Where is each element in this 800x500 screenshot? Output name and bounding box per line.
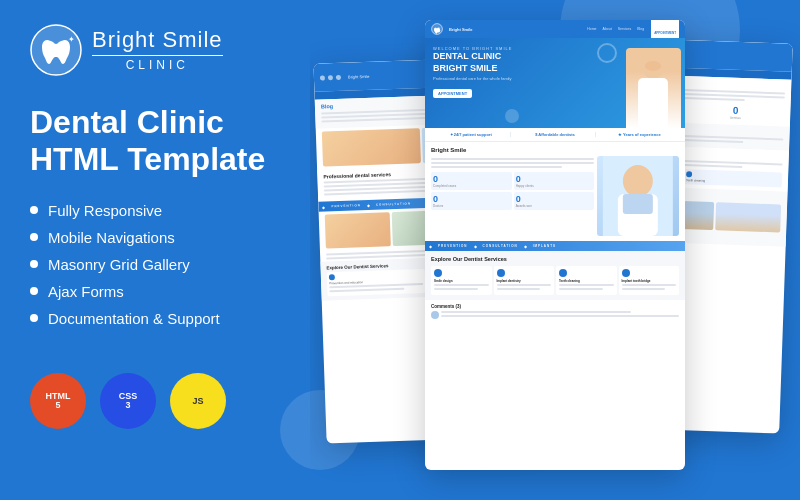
js-badge: JS — [170, 373, 226, 429]
feature-item: Fully Responsive — [30, 202, 300, 219]
feature-item: Mobile Navigations — [30, 229, 300, 246]
css-badge: CSS 3 — [100, 373, 156, 429]
logo-title: Bright Smile — [92, 28, 223, 52]
bullet-icon — [30, 287, 38, 295]
svg-point-5 — [645, 61, 661, 71]
js-label: JS — [192, 396, 203, 406]
bullet-icon — [30, 233, 38, 241]
bullet-icon — [30, 314, 38, 322]
tooth-icon: ✦ — [30, 24, 82, 76]
sc-front-header: Bright Smile Home About Services Blog AP… — [425, 20, 685, 38]
tech-badges: HTML 5 CSS 3 JS — [30, 373, 300, 429]
logo-area: ✦ Bright Smile CLINIC — [30, 24, 300, 76]
hero-person-image — [626, 48, 681, 128]
screenshots-area: Bright Smile Blog Professional dental se… — [310, 0, 800, 500]
svg-rect-4 — [638, 78, 668, 128]
svg-point-7 — [623, 165, 653, 197]
main-title: Dental Clinic HTML Template — [30, 104, 300, 178]
html-badge: HTML 5 — [30, 373, 86, 429]
feature-item: Documentation & Support — [30, 310, 300, 327]
sc-front-hero: WELCOME TO BRIGHT SMILE DENTAL CLINICBRI… — [425, 38, 685, 128]
svg-rect-9 — [623, 194, 653, 214]
feature-item: Ajax Forms — [30, 283, 300, 300]
svg-text:✦: ✦ — [68, 35, 75, 44]
feature-item: Masonry Grid Gallery — [30, 256, 300, 273]
prevention-bar: ◆ PREVENTION ◆ CONSULTATION ◆ IMPLANTS — [425, 241, 685, 251]
logo-subtitle: CLINIC — [92, 58, 223, 72]
left-panel: ✦ Bright Smile CLINIC Dental Clinic HTML… — [0, 0, 330, 500]
screenshot-front: Bright Smile Home About Services Blog AP… — [425, 20, 685, 470]
bullet-icon — [30, 260, 38, 268]
features-list: Fully Responsive Mobile Navigations Maso… — [30, 202, 300, 337]
logo-divider — [92, 55, 223, 56]
bullet-icon — [30, 206, 38, 214]
logo-text: Bright Smile CLINIC — [92, 28, 223, 71]
